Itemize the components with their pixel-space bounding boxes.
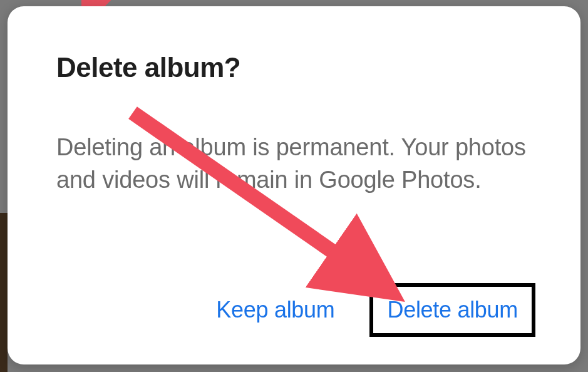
dialog-actions: Keep album Delete album [56, 283, 535, 339]
dialog-body-text: Deleting an album is permanent. Your pho… [56, 132, 535, 196]
delete-album-dialog: Delete album? Deleting an album is perma… [8, 6, 580, 364]
keep-album-button[interactable]: Keep album [209, 291, 342, 329]
dialog-title: Delete album? [56, 53, 535, 83]
background-shape [0, 213, 8, 372]
delete-album-button[interactable]: Delete album [369, 283, 535, 337]
